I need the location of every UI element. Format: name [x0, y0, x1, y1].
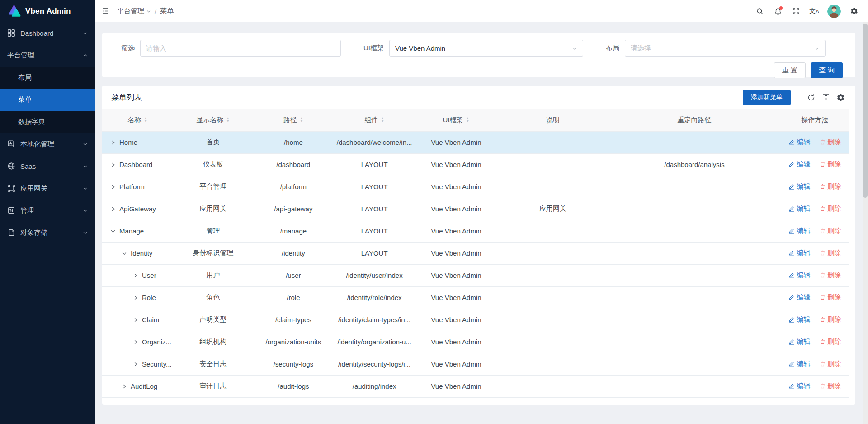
column-header[interactable]: 组件▲▼: [334, 109, 415, 131]
row-height-icon[interactable]: [822, 93, 830, 101]
edit-link[interactable]: 编辑: [788, 227, 810, 235]
delete-link[interactable]: 删除: [820, 138, 841, 147]
sidebar-item-menu[interactable]: 菜单: [0, 89, 95, 111]
sidebar-item-gateway[interactable]: 应用网关: [0, 177, 95, 200]
edit-link[interactable]: 编辑: [788, 360, 810, 368]
delete-link[interactable]: 删除: [820, 360, 841, 368]
notification-bell-icon[interactable]: [770, 4, 786, 19]
column-label: UI框架: [443, 116, 463, 124]
edit-link[interactable]: 编辑: [788, 138, 810, 147]
row-component: /identity/organization-u...: [334, 331, 415, 353]
row-description: [497, 309, 609, 331]
fullscreen-icon[interactable]: [788, 4, 804, 19]
chevron-right-icon[interactable]: [133, 339, 138, 345]
column-header[interactable]: 显示名称▲▼: [173, 109, 253, 131]
delete-link[interactable]: 删除: [820, 227, 841, 235]
row-actions: 编辑删除: [780, 198, 849, 220]
sidebar-item-platform[interactable]: 平台管理: [0, 44, 95, 67]
row-display-name: 审计日志: [173, 375, 253, 397]
sidebar-item-layout[interactable]: 布局: [0, 67, 95, 89]
column-settings-gear-icon[interactable]: [836, 93, 845, 102]
chevron-right-icon[interactable]: [110, 206, 116, 212]
edit-link[interactable]: 编辑: [788, 382, 810, 391]
framework-select[interactable]: Vue Vben Admin: [389, 40, 583, 57]
delete-link[interactable]: 删除: [820, 182, 841, 191]
sidebar-item-saas[interactable]: Saas: [0, 155, 95, 177]
chevron-right-icon[interactable]: [110, 140, 116, 145]
delete-link[interactable]: 删除: [820, 205, 841, 213]
edit-link[interactable]: 编辑: [788, 293, 810, 302]
edit-link[interactable]: 编辑: [788, 271, 810, 280]
scrollbar-thumb[interactable]: [863, 24, 868, 198]
column-header[interactable]: 名称▲▼: [102, 109, 173, 131]
sidebar-item-storage[interactable]: 对象存储: [0, 222, 95, 244]
row-actions: 编辑删除: [780, 242, 849, 264]
search-button[interactable]: 查 询: [811, 62, 843, 78]
row-description: [497, 153, 609, 176]
edit-link[interactable]: 编辑: [788, 315, 810, 324]
edit-link[interactable]: 编辑: [788, 404, 810, 405]
chevron-down-icon: [146, 7, 151, 15]
row-component: LAYOUT: [334, 198, 415, 220]
chevron-right-icon[interactable]: [110, 162, 116, 167]
main-content: 筛选 UI框架 Vue Vben Admin 布局 请选择: [95, 22, 863, 424]
edit-link[interactable]: 编辑: [788, 160, 810, 169]
sort-icon[interactable]: ▲▼: [300, 117, 303, 123]
delete-link[interactable]: 删除: [820, 271, 841, 280]
delete-link[interactable]: 删除: [820, 404, 841, 405]
sidebar-item-dashboard[interactable]: Dashboard: [0, 22, 95, 44]
row-actions: 编辑删除: [780, 309, 849, 331]
edit-link[interactable]: 编辑: [788, 338, 810, 346]
edit-link[interactable]: 编辑: [788, 182, 810, 191]
chevron-right-icon[interactable]: [133, 362, 138, 367]
column-header: 操作方法: [780, 109, 849, 131]
sidebar-item-manage[interactable]: 管理: [0, 200, 95, 222]
delete-link[interactable]: 删除: [820, 382, 841, 391]
chevron-right-icon[interactable]: [133, 317, 138, 323]
chevron-down-icon[interactable]: [110, 229, 116, 234]
filter-label: 筛选: [121, 44, 135, 52]
sort-icon[interactable]: ▲▼: [381, 117, 384, 123]
add-menu-button[interactable]: 添加新菜单: [743, 90, 791, 105]
breadcrumb-menu[interactable]: 菜单: [160, 7, 174, 15]
sort-icon[interactable]: ▲▼: [226, 117, 230, 123]
row-path: /organization-units: [253, 331, 334, 353]
sidebar-item-dictionary[interactable]: 数据字典: [0, 111, 95, 133]
chevron-right-icon[interactable]: [110, 184, 116, 190]
edit-link[interactable]: 编辑: [788, 249, 810, 257]
chevron-right-icon[interactable]: [133, 273, 138, 278]
filter-input[interactable]: [140, 40, 341, 57]
row-component: /identity/role/index: [334, 286, 415, 309]
user-avatar[interactable]: [827, 5, 841, 18]
chevron-right-icon[interactable]: [122, 384, 127, 389]
delete-link[interactable]: 删除: [820, 249, 841, 257]
search-icon[interactable]: [752, 4, 768, 19]
row-redirect: [609, 220, 780, 242]
reset-button[interactable]: 重 置: [774, 62, 806, 78]
edit-link[interactable]: 编辑: [788, 205, 810, 213]
column-header[interactable]: 路径▲▼: [253, 109, 334, 131]
translate-icon[interactable]: 文A: [807, 4, 822, 19]
column-header[interactable]: UI框架▲▼: [415, 109, 497, 131]
layout-select[interactable]: 请选择: [625, 40, 826, 57]
chevron-right-icon[interactable]: [133, 295, 138, 300]
sidebar-item-localization[interactable]: 本地化管理: [0, 133, 95, 155]
delete-link[interactable]: 删除: [820, 338, 841, 346]
row-name: Role: [142, 294, 156, 301]
page-scrollbar[interactable]: [863, 22, 868, 424]
settings-gear-icon[interactable]: [846, 4, 862, 19]
delete-link[interactable]: 删除: [820, 315, 841, 324]
chevron-down-icon[interactable]: [122, 251, 127, 256]
delete-link[interactable]: 删除: [820, 293, 841, 302]
delete-link[interactable]: 删除: [820, 160, 841, 169]
refresh-icon[interactable]: [807, 93, 816, 102]
app-logo[interactable]: Vben Admin: [0, 0, 95, 22]
row-actions: 编辑删除: [780, 353, 849, 375]
sort-icon[interactable]: ▲▼: [144, 117, 147, 123]
breadcrumb-platform[interactable]: 平台管理: [117, 7, 151, 15]
sidebar-collapse-button[interactable]: [101, 7, 110, 15]
table-row: Manage管理/manageLAYOUTVue Vben Admin编辑删除: [102, 220, 849, 242]
chevron-up-icon: [83, 53, 88, 58]
row-path: /identity: [253, 242, 334, 264]
sort-icon[interactable]: ▲▼: [466, 117, 470, 123]
